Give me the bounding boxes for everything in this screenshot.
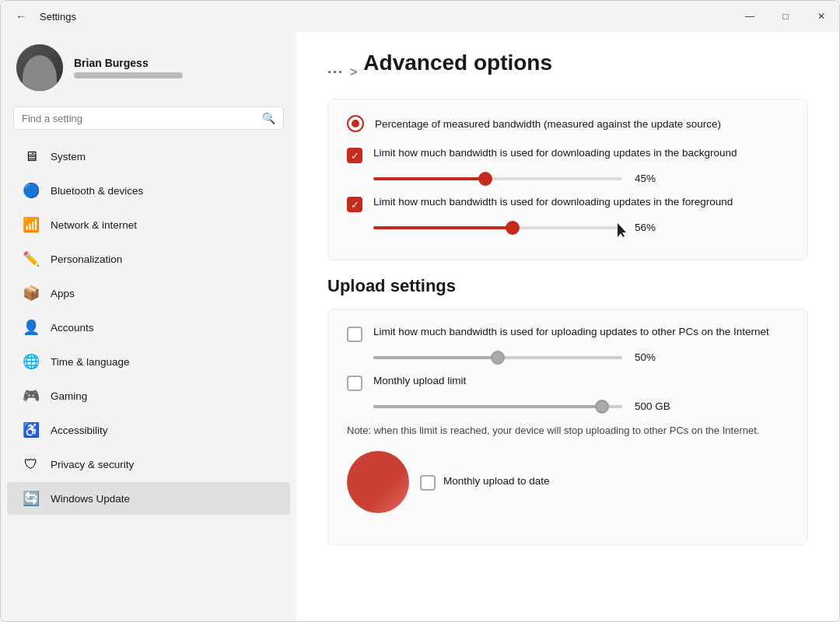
- upload-title: Upload settings: [327, 276, 808, 296]
- sidebar-item-label: Personalization: [51, 253, 122, 265]
- sidebar-item-time[interactable]: 🌐 Time & language: [7, 345, 290, 378]
- sidebar: Brian Burgess 🔍 🖥 System 🔵 Bluetooth & d…: [1, 32, 296, 621]
- upload-slider-track[interactable]: [373, 356, 622, 359]
- settings-window: ← Settings — □ ✕ Brian Burgess: [0, 0, 840, 622]
- check-icon-2: ✓: [351, 200, 359, 210]
- monthly-limit-label: Monthly upload limit: [373, 374, 466, 389]
- note-text: Note: when this limit is reached, your d…: [347, 423, 789, 439]
- bluetooth-icon: 🔵: [23, 182, 40, 199]
- avatar: [16, 44, 63, 91]
- sidebar-item-label: Accounts: [51, 322, 94, 334]
- slider-row-2: 56%: [373, 222, 789, 233]
- sidebar-item-gaming[interactable]: 🎮 Gaming: [7, 379, 290, 412]
- avatar-image: [16, 44, 63, 91]
- upload-card: Limit how much bandwidth is used for upl…: [327, 309, 808, 545]
- user-name: Brian Burgess: [74, 57, 183, 69]
- monthly-limit-slider-fill: [373, 405, 602, 408]
- content-area: Brian Burgess 🔍 🖥 System 🔵 Bluetooth & d…: [1, 32, 839, 621]
- close-button[interactable]: ✕: [803, 1, 839, 32]
- slider-2-track[interactable]: [373, 226, 622, 229]
- breadcrumb-dots[interactable]: ···: [327, 65, 344, 81]
- time-icon: 🌐: [23, 353, 40, 370]
- slider-1-fill: [373, 177, 485, 180]
- monthly-upload-date-container: Monthly upload to date: [420, 473, 550, 491]
- breadcrumb: ··· > Advanced options: [327, 51, 808, 94]
- monthly-limit-checkbox[interactable]: [347, 376, 362, 391]
- radio-button[interactable]: [347, 115, 364, 132]
- apps-icon: 📦: [23, 285, 40, 302]
- search-box[interactable]: 🔍: [13, 107, 284, 130]
- sidebar-item-accessibility[interactable]: ♿ Accessibility: [7, 414, 290, 446]
- monthly-limit-slider-row: 500 GB: [373, 400, 789, 412]
- checkbox-1[interactable]: ✓: [347, 148, 362, 163]
- monthly-limit-value: 500 GB: [635, 400, 670, 412]
- search-input[interactable]: [22, 113, 256, 124]
- sidebar-item-label: Apps: [51, 288, 75, 299]
- slider-row-1: 45%: [373, 173, 789, 184]
- sidebar-item-label: Gaming: [51, 390, 87, 402]
- sidebar-item-label: Time & language: [51, 356, 130, 368]
- back-button[interactable]: ←: [10, 5, 32, 27]
- checkbox-label-2: Limit how much bandwidth is used for dow…: [373, 195, 733, 210]
- slider-2-fill: [373, 226, 513, 229]
- upload-slider-thumb[interactable]: [491, 351, 505, 365]
- check-icon-1: ✓: [351, 151, 359, 161]
- maximize-button[interactable]: □: [768, 1, 803, 32]
- titlebar-controls: — □ ✕: [732, 1, 839, 32]
- personalization-icon: ✏️: [23, 250, 40, 267]
- upload-section: Upload settings Limit how much bandwidth…: [327, 276, 808, 545]
- slider-2-thumb[interactable]: [506, 221, 520, 235]
- monthly-upload-label: Monthly upload to date: [443, 474, 550, 489]
- sidebar-item-apps[interactable]: 📦 Apps: [7, 277, 290, 309]
- network-icon: 📶: [23, 216, 40, 233]
- monthly-limit-slider-thumb[interactable]: [595, 400, 609, 414]
- sidebar-item-label: Accessibility: [51, 425, 108, 436]
- sidebar-item-label: Privacy & security: [51, 459, 134, 470]
- sidebar-item-personalization[interactable]: ✏️ Personalization: [7, 243, 290, 275]
- sidebar-item-windows-update[interactable]: 🔄 Windows Update: [7, 482, 290, 515]
- monthly-upload-row: Monthly upload to date: [347, 451, 789, 513]
- radio-row: Percentage of measured bandwidth (measur…: [347, 115, 789, 132]
- avatar-silhouette: [23, 55, 57, 91]
- monthly-limit-row: Monthly upload limit: [347, 374, 789, 391]
- titlebar-title: Settings: [40, 11, 76, 23]
- sidebar-item-label: Windows Update: [51, 493, 130, 505]
- checkbox-2[interactable]: ✓: [347, 197, 362, 212]
- user-profile: Brian Burgess: [1, 32, 296, 103]
- slider-1-track[interactable]: [373, 177, 622, 180]
- slider-2-value: 56%: [635, 222, 669, 233]
- monthly-upload-checkbox[interactable]: [420, 475, 436, 491]
- sidebar-item-accounts[interactable]: 👤 Accounts: [7, 311, 290, 344]
- sidebar-item-system[interactable]: 🖥 System: [7, 140, 290, 173]
- sidebar-item-network[interactable]: 📶 Network & internet: [7, 208, 290, 241]
- system-icon: 🖥: [23, 148, 40, 165]
- upload-slider-value: 50%: [635, 351, 669, 363]
- windows-update-icon: 🔄: [23, 490, 40, 507]
- user-info: Brian Burgess: [74, 57, 183, 79]
- accessibility-icon: ♿: [23, 421, 40, 439]
- upload-checkbox-row: Limit how much bandwidth is used for upl…: [347, 325, 789, 342]
- upload-checkbox[interactable]: [347, 327, 362, 342]
- sidebar-item-label: Bluetooth & devices: [51, 185, 143, 197]
- checkbox-label-1: Limit how much bandwidth is used for dow…: [373, 146, 737, 161]
- titlebar: ← Settings — □ ✕: [1, 1, 839, 32]
- minimize-button[interactable]: —: [732, 1, 768, 32]
- bottom-area: Monthly upload to date: [347, 451, 789, 529]
- monthly-limit-slider-track[interactable]: [373, 405, 622, 408]
- slider-1-thumb[interactable]: [478, 172, 492, 186]
- user-account-bar: [74, 72, 183, 79]
- privacy-icon: 🛡: [23, 456, 40, 473]
- main-content: ··· > Advanced options Percentage of mea…: [296, 32, 839, 621]
- sidebar-item-bluetooth[interactable]: 🔵 Bluetooth & devices: [7, 174, 290, 207]
- slider-1-value: 45%: [635, 173, 669, 184]
- sidebar-item-privacy[interactable]: 🛡 Privacy & security: [7, 448, 290, 480]
- upload-checkbox-label: Limit how much bandwidth is used for upl…: [373, 325, 769, 340]
- checkbox-row-1: ✓ Limit how much bandwidth is used for d…: [347, 146, 789, 163]
- gaming-icon: 🎮: [23, 387, 40, 404]
- titlebar-left: ← Settings: [10, 5, 76, 27]
- page-title: Advanced options: [363, 51, 552, 75]
- accounts-icon: 👤: [23, 319, 40, 336]
- breadcrumb-separator: >: [350, 65, 357, 79]
- radio-inner: [352, 120, 359, 128]
- radio-label: Percentage of measured bandwidth (measur…: [375, 118, 721, 130]
